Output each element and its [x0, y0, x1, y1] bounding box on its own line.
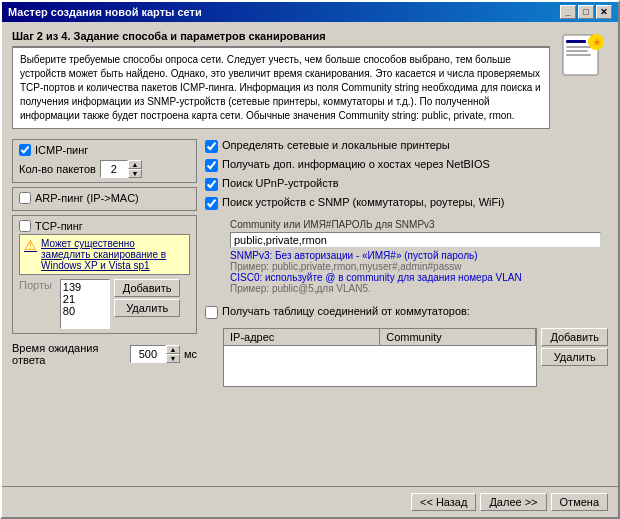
check4-label: Поиск устройств с SNMP (коммутаторы, роу…	[222, 196, 504, 208]
packets-row: Кол-во пакетов ▲ ▼	[19, 160, 190, 178]
check1-row: Определять сетевые и локальные принтеры	[205, 139, 608, 153]
packets-up-button[interactable]: ▲	[128, 160, 142, 169]
timeout-row: Время ожидания ответа ▲ ▼ мс	[12, 342, 197, 366]
timeout-spin-buttons: ▲ ▼	[166, 345, 180, 363]
packets-down-button[interactable]: ▼	[128, 169, 142, 178]
icmp-checkbox[interactable]	[19, 144, 31, 156]
snmpv3-hint: SNMPv3: Без авторизации - «ИМЯ#» (пустой…	[230, 250, 601, 261]
tcp-group: TCP-пинг ⚠ Может существенно замедлить с…	[12, 215, 197, 334]
check5-checkbox[interactable]	[205, 306, 218, 319]
left-panel: ICMP-пинг Кол-во пакетов ▲ ▼	[12, 139, 197, 478]
svg-rect-4	[566, 54, 591, 56]
check1-checkbox[interactable]	[205, 140, 218, 153]
table-action-buttons: Добавить Удалить	[541, 328, 608, 366]
title-bar-buttons: _ □ ✕	[560, 5, 612, 19]
svg-rect-3	[566, 50, 588, 52]
minimize-button[interactable]: _	[560, 5, 576, 19]
port-item: 80	[63, 305, 107, 317]
warning-text: Может существенно замедлить сканирование…	[41, 238, 185, 271]
check2-row: Получать доп. информацию о хостах через …	[205, 158, 608, 172]
svg-rect-1	[566, 40, 586, 43]
tcp-label: TCP-пинг	[35, 220, 83, 232]
tcp-checkbox-row: TCP-пинг	[19, 220, 190, 232]
ports-section: Порты 139 21 80 Добавить Удалить	[19, 279, 190, 329]
wizard-content: Шаг 2 из 4. Задание способа и параметров…	[2, 22, 618, 486]
arp-group: ARP-пинг (IP->MAC)	[12, 187, 197, 211]
check4-checkbox[interactable]	[205, 197, 218, 210]
next-button[interactable]: Далее >>	[480, 493, 546, 511]
cisco-hint: CISC0: используйте @ в community для зад…	[230, 272, 601, 283]
timeout-up-button[interactable]: ▲	[166, 345, 180, 354]
timeout-label: Время ожидания ответа	[12, 342, 126, 366]
title-bar: Мастер создания новой карты сети _ □ ✕	[2, 2, 618, 22]
arp-checkbox[interactable]	[19, 192, 31, 204]
main-window: Мастер создания новой карты сети _ □ ✕ Ш…	[0, 0, 620, 519]
back-button[interactable]: << Назад	[411, 493, 476, 511]
right-panel: Определять сетевые и локальные принтеры …	[205, 139, 608, 478]
connections-table-container: IP-адрес Community	[223, 328, 537, 387]
timeout-unit: мс	[184, 348, 197, 360]
arp-label: ARP-пинг (IP->MAC)	[35, 192, 139, 204]
check3-checkbox[interactable]	[205, 178, 218, 191]
tcp-warning[interactable]: ⚠ Может существенно замедлить сканирован…	[19, 234, 190, 275]
connections-table-body	[224, 346, 536, 386]
maximize-button[interactable]: □	[578, 5, 594, 19]
table-col2-header: Community	[380, 329, 536, 345]
wizard-icon: ★	[558, 30, 608, 80]
warning-icon: ⚠	[24, 238, 37, 252]
close-button[interactable]: ✕	[596, 5, 612, 19]
step-label: Шаг 2 из 4. Задание способа и параметров…	[12, 30, 550, 47]
tcp-checkbox[interactable]	[19, 220, 31, 232]
description-text: Выберите требуемые способы опроса сети. …	[12, 47, 550, 129]
packets-label: Кол-во пакетов	[19, 163, 96, 175]
wizard-footer: << Назад Далее >> Отмена	[2, 486, 618, 517]
timeout-input[interactable]	[130, 345, 166, 363]
check2-checkbox[interactable]	[205, 159, 218, 172]
packets-spinner: ▲ ▼	[100, 160, 142, 178]
add-port-button[interactable]: Добавить	[114, 279, 181, 297]
snmp-community-input[interactable]	[230, 232, 601, 248]
table-header: IP-адрес Community	[224, 329, 536, 346]
table-add-button[interactable]: Добавить	[541, 328, 608, 346]
snmp-group: Community или ИМЯ#ПАРОЛЬ для SNMPv3 SNMP…	[223, 215, 608, 298]
check2-label: Получать доп. информацию о хостах через …	[222, 158, 490, 170]
table-col1-header: IP-адрес	[224, 329, 380, 345]
window-title: Мастер создания новой карты сети	[8, 6, 202, 18]
port-item: 21	[63, 293, 107, 305]
ports-label: Порты	[19, 279, 56, 329]
check5-row: Получать таблицу соединений от коммутато…	[205, 305, 608, 319]
check3-row: Поиск UPnP-устройств	[205, 177, 608, 191]
packets-spin-buttons: ▲ ▼	[128, 160, 142, 178]
remove-port-button[interactable]: Удалить	[114, 299, 181, 317]
port-item: 139	[63, 281, 107, 293]
check4-row: Поиск устройств с SNMP (коммутаторы, роу…	[205, 196, 608, 210]
check5-label: Получать таблицу соединений от коммутато…	[222, 305, 470, 317]
arp-checkbox-row: ARP-пинг (IP->MAC)	[19, 192, 190, 204]
cancel-button[interactable]: Отмена	[551, 493, 608, 511]
table-row-area: IP-адрес Community Добавить Удалить	[223, 328, 608, 387]
svg-rect-2	[566, 46, 591, 48]
connections-table-area: IP-адрес Community Добавить Удалить	[223, 326, 608, 387]
icmp-checkbox-row: ICMP-пинг	[19, 144, 190, 156]
ports-list[interactable]: 139 21 80	[60, 279, 110, 329]
icmp-label: ICMP-пинг	[35, 144, 88, 156]
step-header-row: Шаг 2 из 4. Задание способа и параметров…	[12, 30, 608, 133]
packets-input[interactable]	[100, 160, 128, 178]
table-remove-button[interactable]: Удалить	[541, 348, 608, 366]
check1-label: Определять сетевые и локальные принтеры	[222, 139, 450, 151]
main-area: ICMP-пинг Кол-во пакетов ▲ ▼	[12, 139, 608, 478]
snmp-example1: Пример: public,private,rmon,myuser#,admi…	[230, 261, 601, 272]
snmp-example2: Пример: public@5,для VLAN5.	[230, 283, 601, 294]
connections-table: IP-адрес Community	[223, 328, 537, 387]
icmp-group: ICMP-пинг Кол-во пакетов ▲ ▼	[12, 139, 197, 183]
snmp-community-label: Community или ИМЯ#ПАРОЛЬ для SNMPv3	[230, 219, 601, 230]
svg-text:★: ★	[592, 36, 602, 48]
timeout-spinner: ▲ ▼	[130, 345, 180, 363]
check3-label: Поиск UPnP-устройств	[222, 177, 339, 189]
timeout-down-button[interactable]: ▼	[166, 354, 180, 363]
ports-buttons: Добавить Удалить	[114, 279, 181, 329]
